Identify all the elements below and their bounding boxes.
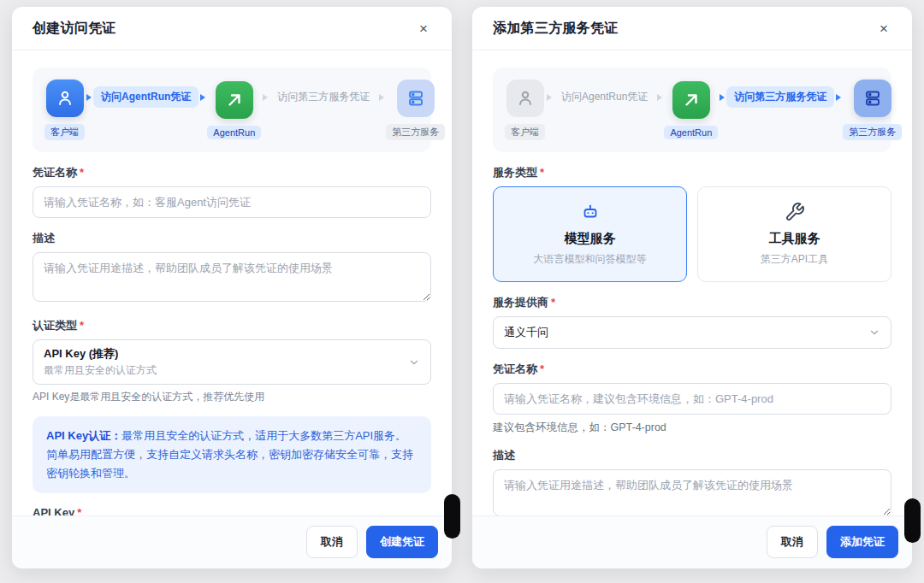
auth-type-value: API Key (推荐) [44,346,157,362]
provider-select[interactable]: 通义千问 [493,316,891,349]
auth-type-select[interactable]: API Key (推荐) 最常用且安全的认证方式 [33,339,431,385]
close-icon[interactable]: × [416,20,431,38]
model-service-card[interactable]: 模型服务 大语言模型和问答模型等 [493,186,687,282]
arrow-right-icon [836,94,841,101]
credential-name-input[interactable] [493,383,891,415]
client-user-icon [46,80,84,117]
credential-name-input[interactable] [33,186,431,218]
arrow-right-icon [200,94,205,101]
robot-icon [500,200,679,224]
agentrun-arrow-icon [672,81,710,119]
required-mark: * [77,506,81,515]
arrow-right-icon [379,94,384,101]
arrow-right-icon [547,94,552,101]
create-access-credential-modal: 创建访问凭证 × 客户端 访问AgentRun凭证 AgentRun 访问第三方… [12,7,452,568]
auth-type-value-sub: 最常用且安全的认证方式 [44,363,157,378]
tool-service-subtitle: 第三方API工具 [705,252,884,267]
modal-footer: 取消 添加凭证 [472,515,912,568]
tool-service-card[interactable]: 工具服务 第三方API工具 [697,186,891,282]
credential-flow-diagram: 客户端 访问AgentRun凭证 AgentRun 访问第三方服务凭证 第三方服… [493,68,891,152]
credential-name-field: 凭证名称* [33,165,431,218]
description-textarea[interactable] [493,469,891,515]
arrow-right-icon [86,94,92,101]
api-key-info-box: API Key认证：最常用且安全的认证方式，适用于大多数第三方API服务。简单易… [33,416,431,493]
modal-body: 客户端 访问AgentRun凭证 AgentRun 访问第三方服务凭证 第三方服… [472,50,912,515]
server-stack-icon [854,80,891,117]
modal-footer: 取消 创建凭证 [12,515,452,568]
flow-node-agentrun: AgentRun [207,81,261,139]
credential-name-field: 凭证名称* 建议包含环境信息，如：GPT-4-prod [493,362,891,435]
description-field: 描述 [493,448,891,515]
model-service-title: 模型服务 [500,231,679,247]
server-stack-icon [397,80,435,117]
flow-step-agentrun-credential: 访问AgentRun凭证 [93,86,198,108]
client-user-icon [506,80,544,117]
floating-handle[interactable] [444,494,460,539]
flow-step-thirdparty-credential: 访问第三方服务凭证 [270,86,377,108]
auth-type-field: 认证类型* API Key (推荐) 最常用且安全的认证方式 API Key是最… [33,318,431,404]
agentrun-label: AgentRun [664,126,718,139]
model-service-subtitle: 大语言模型和问答模型等 [500,252,679,267]
client-label: 客户端 [44,124,85,140]
info-box-lead: API Key认证： [46,429,121,442]
add-thirdparty-credential-modal: 添加第三方服务凭证 × 客户端 访问AgentRun凭证 AgentRun 访问… [472,7,912,568]
auth-type-helper-text: API Key是最常用且安全的认证方式，推荐优先使用 [33,390,431,404]
required-mark: * [80,166,84,179]
flow-node-client: 客户端 [505,80,545,140]
client-label: 客户端 [505,124,545,140]
close-icon[interactable]: × [876,20,891,38]
credential-name-helper-text: 建议包含环境信息，如：GPT-4-prod [493,421,891,435]
modal-body: 客户端 访问AgentRun凭证 AgentRun 访问第三方服务凭证 第三方服… [12,50,452,515]
page-title: 创建访问凭证 [33,20,116,38]
required-mark: * [551,296,555,309]
required-mark: * [80,319,84,332]
wrench-icon [705,200,884,224]
tool-service-title: 工具服务 [705,231,884,247]
description-textarea[interactable] [33,252,431,302]
agentrun-arrow-icon [216,81,253,119]
chevron-down-icon [408,356,420,368]
credential-name-label: 凭证名称* [33,165,431,180]
description-label: 描述 [33,231,431,246]
provider-field: 服务提供商* 通义千问 [493,295,891,349]
flow-step-agentrun-credential: 访问AgentRun凭证 [554,86,655,108]
service-type-label: 服务类型* [493,165,891,180]
flow-node-thirdparty: 第三方服务 [386,80,445,140]
flow-node-thirdparty: 第三方服务 [843,80,902,140]
required-mark: * [540,362,544,375]
flow-node-client: 客户端 [44,80,85,140]
arrow-right-icon [720,94,725,101]
api-key-field: API Key* 生成密钥 [33,506,431,515]
arrow-right-icon [263,94,268,101]
modal-header: 添加第三方服务凭证 × [472,7,912,50]
agentrun-label: AgentRun [207,126,261,139]
cancel-button[interactable]: 取消 [306,526,358,558]
provider-label: 服务提供商* [493,295,891,310]
required-mark: * [540,166,544,179]
credential-name-label: 凭证名称* [493,362,891,377]
flow-node-agentrun: AgentRun [664,81,718,139]
thirdparty-label: 第三方服务 [386,124,445,140]
floating-handle[interactable] [904,498,921,543]
description-field: 描述 [33,231,431,305]
page-title: 添加第三方服务凭证 [493,20,619,38]
create-credential-button[interactable]: 创建凭证 [366,526,438,558]
flow-step-thirdparty-credential: 访问第三方服务凭证 [726,86,834,108]
auth-type-label: 认证类型* [33,318,431,333]
api-key-label: API Key* [33,506,431,515]
description-label: 描述 [493,448,891,463]
modal-header: 创建访问凭证 × [12,7,452,50]
arrow-right-icon [657,94,662,101]
thirdparty-label: 第三方服务 [843,124,902,140]
auth-type-selected-option: API Key (推荐) 最常用且安全的认证方式 [44,346,157,378]
credential-flow-diagram: 客户端 访问AgentRun凭证 AgentRun 访问第三方服务凭证 第三方服… [33,68,431,152]
provider-value: 通义千问 [504,325,548,340]
service-type-field: 服务类型* 模型服务 大语言模型和问答模型等 工具服务 第三方API工具 [493,165,891,282]
cancel-button[interactable]: 取消 [767,526,818,558]
chevron-down-icon [868,327,880,339]
add-credential-button[interactable]: 添加凭证 [826,526,898,558]
